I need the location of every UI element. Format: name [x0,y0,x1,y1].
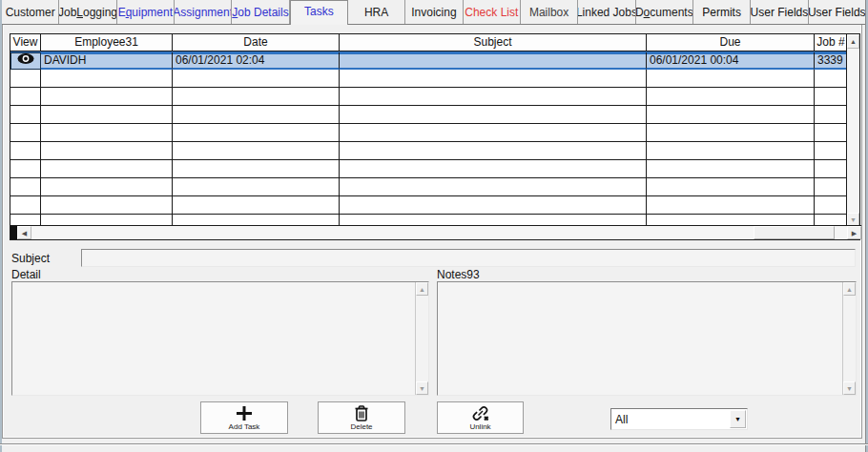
grid-cell[interactable] [41,160,173,178]
tab-hra[interactable]: HRA [348,0,405,24]
grid-cell[interactable] [173,124,340,142]
grid-cell[interactable] [815,124,848,142]
chevron-down-icon[interactable]: ▼ [730,410,746,428]
grid-cell[interactable] [647,160,815,178]
tab-job-logging[interactable]: Job Logging [59,0,116,24]
eye-icon[interactable] [16,52,35,70]
grid-cell[interactable] [41,196,173,215]
tab-assignment[interactable]: Assignment [175,0,232,24]
tab-customer[interactable]: Customer [2,0,59,24]
column-header-subject[interactable]: Subject [340,34,647,51]
column-header-employee31[interactable]: Employee31 [41,34,173,51]
arrow-right-icon[interactable]: ▶ [847,226,861,239]
arrow-down-icon[interactable]: ▼ [843,381,856,395]
grid-row-empty[interactable] [10,88,859,106]
tab-invoicing[interactable]: Invoicing [405,0,463,24]
grid-cell[interactable] [41,124,173,142]
grid-cell[interactable] [10,160,41,178]
grid-cell[interactable] [340,124,647,142]
tab-mailbox[interactable]: Mailbox [521,0,578,24]
unlink-button[interactable]: Unlink [437,401,524,434]
grid-cell[interactable] [41,142,173,160]
arrow-up-icon[interactable]: ▲ [843,282,856,296]
grid-cell[interactable]: 06/01/2021 02:04 [173,52,340,70]
grid-row-empty[interactable] [10,124,859,142]
grid-cell[interactable] [815,70,848,88]
hscroll-thumb[interactable] [754,226,835,239]
grid-row-empty[interactable] [10,160,859,178]
grid-cell[interactable] [647,70,815,88]
detail-textarea[interactable]: ▲ ▼ [11,281,429,396]
grid-cell[interactable] [173,178,340,196]
tab-permits[interactable]: Permits [693,0,751,24]
tab-user-fields[interactable]: User Fields [751,0,808,24]
grid-cell[interactable] [10,142,41,160]
grid-cell[interactable] [340,88,647,106]
column-header-view[interactable]: View [10,34,41,51]
delete-button[interactable]: Delete [318,401,405,434]
detail-scrollbar[interactable]: ▲ ▼ [415,282,428,395]
tab-linked-jobs[interactable]: Linked Jobs [578,0,635,24]
grid-cell[interactable] [340,178,647,196]
arrow-up-icon[interactable]: ▲ [416,282,428,296]
tab-job-details[interactable]: Job Details [232,0,289,24]
grid-cell[interactable] [815,88,848,106]
subject-input[interactable] [81,249,856,267]
grid-cell[interactable] [41,88,173,106]
grid-cell[interactable] [340,106,647,124]
grid-cell[interactable] [815,142,848,160]
grid-cell[interactable] [173,70,340,88]
add-task-button[interactable]: Add Task [200,401,288,434]
grid-cell[interactable] [340,70,647,88]
grid-cell[interactable] [10,196,41,215]
tab-documents[interactable]: Documents [636,0,693,24]
tab-check-list[interactable]: Check List [464,0,521,24]
filter-dropdown[interactable]: All ▼ [610,408,748,430]
arrow-down-icon[interactable]: ▼ [416,381,428,395]
grid-row-empty[interactable] [10,70,859,88]
grid-cell[interactable] [647,178,815,196]
grid-cell[interactable] [173,106,340,124]
grid-cell[interactable]: 06/01/2021 00:04 [647,52,815,70]
grid-cell[interactable] [10,88,41,106]
arrow-up-icon[interactable]: ▲ [847,34,859,49]
grid-row-empty[interactable] [10,196,859,215]
tab-tasks[interactable]: Tasks [290,0,348,25]
grid-cell[interactable] [647,196,815,215]
tab-user-fields[interactable]: User Fields [809,0,865,24]
grid-cell[interactable] [10,178,41,196]
grid-row-empty[interactable] [10,178,859,196]
grid-cell[interactable] [10,106,41,124]
column-header-job-[interactable]: Job # [815,34,848,51]
column-header-date[interactable]: Date [173,34,340,51]
grid-cell[interactable] [173,196,340,215]
grid-cell[interactable]: DAVIDH [41,52,173,70]
grid-cell[interactable] [41,70,173,88]
notes-scrollbar[interactable]: ▲ ▼ [842,282,856,395]
grid-cell[interactable] [815,178,848,196]
grid-cell[interactable] [815,106,848,124]
grid-row-empty[interactable] [10,142,859,160]
grid-cell[interactable] [173,160,340,178]
grid-cell[interactable] [647,124,815,142]
grid-horizontal-scrollbar[interactable]: ◀ ▶ [10,225,861,239]
grid-cell[interactable] [173,142,340,160]
grid-cell[interactable] [647,88,815,106]
grid-cell[interactable] [340,142,647,160]
grid-cell[interactable]: 3339 [815,52,848,70]
arrow-left-icon[interactable]: ◀ [17,226,31,239]
grid-vertical-scrollbar[interactable]: ▲ ▼ [846,34,859,227]
grid-cell[interactable] [41,178,173,196]
grid-row-selected[interactable]: DAVIDH06/01/2021 02:0406/01/2021 00:0433… [10,51,859,70]
grid-cell[interactable] [340,52,647,70]
grid-cell[interactable] [815,196,848,215]
column-header-due[interactable]: Due [647,34,815,51]
view-cell[interactable] [10,52,41,70]
grid-cell[interactable] [41,106,173,124]
grid-cell[interactable] [10,124,41,142]
grid-cell[interactable] [647,106,815,124]
grid-row-empty[interactable] [10,106,859,124]
grid-cell[interactable] [10,70,41,88]
grid-cell[interactable] [173,88,340,106]
grid-cell[interactable] [647,142,815,160]
